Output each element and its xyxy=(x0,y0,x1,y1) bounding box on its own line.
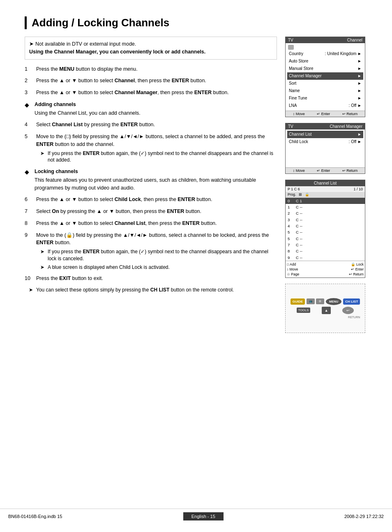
step-4: 4 Select Channel List by pressing the EN… xyxy=(25,121,277,129)
step-2-content: Press the ▲ or ▼ button to select Channe… xyxy=(36,77,277,85)
ch-num-8: 8 xyxy=(288,248,293,254)
step-10-num: 10 xyxy=(25,275,36,282)
channel-menu-footer: ↕ Move ↵ Enter ↩ Return xyxy=(286,111,365,117)
locking-channels-text: This feature allows you to prevent unaut… xyxy=(35,176,277,192)
channel-list-footer: □ Add 🔒 Lock ↕ Move ↵ Enter ☆ Page ↩ Ret… xyxy=(286,261,365,278)
diamond-lock-icon: ◆ xyxy=(25,168,33,176)
step-8-content: Press the ▲ or ▼ button to select Channe… xyxy=(36,220,277,227)
step-9-subnote2: ➤ A blue screen is displayed when Child … xyxy=(36,264,277,271)
channel-manager-footer: ↕ Move ↵ Enter ↩ Return xyxy=(286,167,365,173)
ch-list-button: CH LIST xyxy=(343,298,360,305)
diamond-icon: ◆ xyxy=(25,101,33,109)
cl-footer-row1: □ Add 🔒 Lock xyxy=(287,262,364,267)
channel-manager-row-childlock: Child Lock: Off ► xyxy=(287,138,363,146)
cl-return-label: ↩ Return xyxy=(349,272,364,276)
col-icon2: 🔒 xyxy=(305,192,309,197)
step-8: 8 Press the ▲ or ▼ button to select Chan… xyxy=(25,220,277,227)
ch-num-7: 7 xyxy=(288,242,293,247)
arrow-right-icon: ➤ xyxy=(29,40,34,48)
col-prog-label: Prog. xyxy=(288,192,296,197)
step-2-num: 2 xyxy=(25,77,36,85)
ch-name-6: C -- xyxy=(296,236,363,241)
remote-tools-row: TOOLS ▲ ↩ xyxy=(297,307,354,314)
channel-list-subheader: P 1 C 6 1 / 10 xyxy=(286,186,365,192)
adding-channels-text: Using the Channel List, you can add chan… xyxy=(35,109,277,117)
cl-footer-row2: ↕ Move ↵ Enter xyxy=(287,267,364,272)
cl-add-label: □ Add xyxy=(287,262,296,266)
ch-name-1: C -- xyxy=(296,204,363,210)
up-button: ▲ xyxy=(322,307,331,314)
channel-manager-footer-enter: ↵ Enter xyxy=(317,169,330,173)
step-4-content: Select Channel List by pressing the ENTE… xyxy=(36,121,277,129)
ch-num-6: 5 xyxy=(288,236,293,241)
ch-name-9: C -- xyxy=(296,255,363,260)
channel-menu-footer-enter: ↵ Enter xyxy=(317,112,330,116)
channel-list-screen: Channel List P 1 C 6 1 / 10 Prog. ⊞ 🔒 0 … xyxy=(285,180,365,278)
return-label-remote: RETURN xyxy=(291,316,360,319)
ch-name-7: C -- xyxy=(296,242,363,247)
step-7-content: Select On by pressing the ▲ or ▼ button,… xyxy=(36,208,277,215)
channel-list-page: 1 / 10 xyxy=(353,187,363,191)
cl-lock-label: 🔒 Lock xyxy=(351,262,364,266)
adding-channels-title: Adding channels xyxy=(35,101,277,109)
step-3-num: 3 xyxy=(25,89,36,97)
locking-channels-title: Locking channels xyxy=(35,168,277,176)
channel-manager-header: TV Channel Manager xyxy=(286,123,365,130)
channel-manager-row-list: Channel List► xyxy=(287,131,363,138)
step-2: 2 Press the ▲ or ▼ button to select Chan… xyxy=(25,77,277,85)
left-column: ➤Not available in DTV or external input … xyxy=(25,37,277,333)
channel-list-row-0: 0 C 1 xyxy=(286,198,365,204)
channel-list-header: Channel List xyxy=(286,180,365,186)
col-icon1: ⊞ xyxy=(298,192,302,197)
locking-channels-section: ◆ Locking channels This feature allows y… xyxy=(25,168,277,192)
channel-menu-row-finetune: Fine Tune► xyxy=(287,95,363,102)
channel-menu-row-channelmanager: Channel Manager► xyxy=(287,72,363,80)
step-9-content: Move to the (🔒) field by pressing the ▲/… xyxy=(36,231,277,271)
channel-list-row-1: 1 C -- xyxy=(286,204,365,210)
step-9: 9 Move to the (🔒) field by pressing the … xyxy=(25,231,277,271)
remote-top-row: GUIDE 📺 ⊞ MENU CH LIST xyxy=(291,298,360,305)
footer-center: English - 15 xyxy=(183,512,224,520)
channel-list-row-7: 7 C -- xyxy=(286,242,365,248)
step-5-content: Move to the (□) field by pressing the ▲/… xyxy=(36,133,277,164)
adding-channels-content: Adding channels Using the Channel List, … xyxy=(35,101,277,117)
channel-menu-row-autostore: Auto Store► xyxy=(287,58,363,65)
guide-button: GUIDE xyxy=(291,298,305,305)
step-9-sub-text1: If you press the ENTER button again, the… xyxy=(48,248,277,262)
channel-menu-header: TV Channel xyxy=(286,37,365,43)
step-4-num: 4 xyxy=(25,121,36,129)
intro-box: ➤Not available in DTV or external input … xyxy=(25,37,277,60)
step-5-subnote: ➤ If you press the ENTER button again, t… xyxy=(36,150,277,164)
channel-list-row-8: 8 C -- xyxy=(286,248,365,254)
ch-num-2: 2 xyxy=(288,210,293,216)
tools-button: TOOLS xyxy=(297,308,310,313)
channel-menu-row-name: Name► xyxy=(287,87,363,95)
step-10-content: Press the EXIT button to exit. xyxy=(36,275,277,282)
ch-num-3: 3 xyxy=(288,217,293,222)
footer-left: BN68-01416B-Eng.indb 15 xyxy=(8,514,62,519)
cl-enter-label: ↵ Enter xyxy=(351,267,364,271)
channel-manager-title: Channel Manager xyxy=(330,124,363,129)
step-6-num: 6 xyxy=(25,196,36,204)
channel-list-row-4: 4 C -- xyxy=(286,223,365,229)
ch-name-0: C 1 xyxy=(296,198,363,204)
adding-channels-section: ◆ Adding channels Using the Channel List… xyxy=(25,101,277,117)
sub-arrow-9b-icon: ➤ xyxy=(40,264,48,271)
channel-menu-body: Country: United Kingdom ► Auto Store► Ma… xyxy=(286,43,365,111)
channel-manager-body: Channel List► Child Lock: Off ► xyxy=(286,130,365,167)
sub-arrow-9a-icon: ➤ xyxy=(40,248,48,262)
channel-list-row-2: 2 C -- xyxy=(286,210,365,216)
channel-menu-title: Channel xyxy=(347,38,362,42)
step-10: 10 Press the EXIT button to exit. xyxy=(25,275,277,282)
step-7-num: 7 xyxy=(25,208,36,215)
ch-name-4: C -- xyxy=(296,223,363,229)
step-5: 5 Move to the (□) field by pressing the … xyxy=(25,133,277,164)
ch-num-5: 5 xyxy=(288,229,293,235)
step-9-num: 9 xyxy=(25,231,36,239)
channel-list-position: P 1 C 6 xyxy=(288,187,300,191)
step-3: 3 Press the ▲ or ▼ button to select Chan… xyxy=(25,89,277,97)
channel-manager-footer-move: ↕ Move xyxy=(293,169,305,173)
tv-label-2: TV xyxy=(288,124,293,129)
page-title: Adding / Locking Channels xyxy=(25,16,367,29)
ch-num-4: 4 xyxy=(288,223,293,229)
